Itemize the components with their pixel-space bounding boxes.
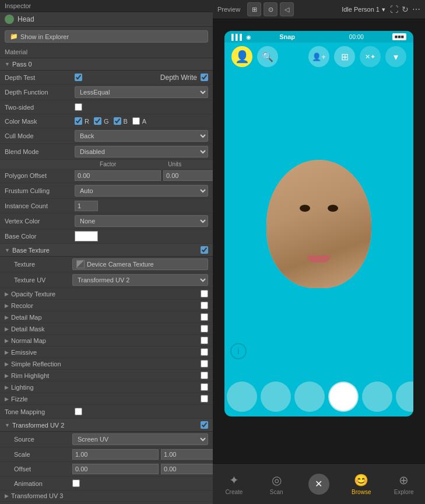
frustum-culling-select[interactable]: Auto (75, 185, 208, 197)
depth-test-checkbox[interactable] (75, 74, 82, 81)
polygon-offset-factor-input[interactable] (75, 170, 161, 181)
rim-highlight-checkbox[interactable] (201, 372, 208, 379)
color-mask-g-checkbox[interactable] (94, 117, 101, 125)
phone-avatar-button[interactable]: 👤 (231, 46, 252, 67)
fizzle-expander[interactable]: ▶ Fizzle (0, 393, 213, 405)
depth-function-select[interactable]: LessEqual (75, 86, 208, 98)
emissive-expander[interactable]: ▶ Emissive (0, 346, 213, 358)
preview-icon-2[interactable]: ⊙ (264, 2, 278, 16)
normal-map-expander[interactable]: ▶ Normal Map (0, 335, 213, 346)
preview-icon-1[interactable]: ⊞ (247, 2, 261, 16)
bottom-circle-5[interactable] (396, 382, 413, 412)
simple-reflection-expander[interactable]: ▶ Simple Reflection (0, 358, 213, 370)
polygon-offset-units-input[interactable] (163, 170, 213, 181)
pass-header[interactable]: ▼ Pass 0 (0, 58, 213, 71)
idle-person-select[interactable]: Idle Person 1 ▾ (342, 6, 385, 13)
color-mask-a-checkbox[interactable] (132, 117, 140, 125)
offset-y-input[interactable] (161, 464, 213, 474)
texture-label: Texture (14, 261, 72, 268)
base-color-swatch[interactable] (75, 231, 98, 242)
show-explorer-button[interactable]: 📁 Show in Explorer (5, 30, 208, 43)
nav-item-scan[interactable]: ◎ Scan (255, 470, 298, 499)
opacity-texture-checkbox[interactable] (201, 290, 208, 298)
bottom-circle-selected[interactable] (328, 382, 359, 412)
material-section: Material (0, 46, 213, 58)
base-texture-header[interactable]: ▼ Base Texture (0, 244, 213, 257)
bottom-circle-4[interactable] (362, 382, 392, 412)
scale-label: Scale (14, 451, 72, 458)
emissive-checkbox[interactable] (201, 348, 208, 356)
scale-x-input[interactable] (72, 449, 159, 460)
spacer (5, 161, 75, 167)
phone-chevron-button[interactable]: ▾ (385, 46, 406, 67)
texture-uv-select[interactable]: Transformed UV 2 (72, 274, 208, 286)
transformed-uv2-checkbox[interactable] (201, 421, 208, 429)
phone-search-button[interactable]: 🔍 (257, 46, 278, 67)
face-skin (266, 160, 371, 288)
detail-map-expander[interactable]: ▶ Detail Map (0, 312, 213, 323)
instance-count-input[interactable] (75, 201, 98, 211)
offset-inputs (72, 464, 213, 474)
tone-mapping-value (75, 408, 208, 415)
nav-item-create[interactable]: ✦ Create (213, 470, 255, 499)
nav-item-close[interactable]: ✕ (298, 470, 340, 498)
animation-checkbox[interactable] (72, 480, 80, 487)
nav-item-explore[interactable]: ⊕ Explore (382, 470, 425, 499)
phone-mockup: ▌▌▌ ◉ Snap 00:00 ■■■ 👤 🔍 👤+ (224, 31, 413, 416)
preview-icon-3[interactable]: ◁ (280, 2, 294, 16)
detail-mask-expander[interactable]: ▶ Detail Mask (0, 323, 213, 335)
phone-add-friend-button[interactable]: 👤+ (308, 46, 329, 67)
normal-map-checkbox[interactable] (201, 337, 208, 344)
recolor-expander[interactable]: ▶ Recolor (0, 300, 213, 312)
close-circle[interactable]: ✕ (308, 474, 329, 495)
fullscreen-icon[interactable]: ⛶ (390, 5, 398, 14)
preview-action-buttons: ⛶ ↻ ⋯ (390, 5, 420, 14)
transformed-uv3-expander[interactable]: ▶ Transformed UV 3 (0, 491, 213, 502)
nav-item-browse[interactable]: 😊 Browse (340, 470, 382, 499)
texture-button[interactable]: Device Camera Texture (72, 258, 208, 270)
rim-highlight-expander[interactable]: ▶ Rim Highlight (0, 370, 213, 382)
bottom-circle-3[interactable] (294, 382, 325, 412)
opacity-texture-expander[interactable]: ▶ Opacity Texture (0, 288, 213, 300)
info-button[interactable]: i (230, 343, 247, 359)
bottom-circle-1[interactable] (227, 382, 257, 412)
detail-map-checkbox[interactable] (201, 313, 208, 321)
color-mask-b-checkbox[interactable] (114, 117, 121, 125)
source-select[interactable]: Screen UV (72, 433, 208, 445)
offset-x-input[interactable] (72, 464, 159, 474)
bottom-circle-2[interactable] (261, 382, 291, 412)
cull-mode-select[interactable]: Back (75, 130, 208, 142)
phone-bottom-circles (224, 377, 413, 416)
units-label: Units (142, 161, 209, 167)
recolor-checkbox[interactable] (201, 302, 208, 309)
fizzle-checkbox[interactable] (201, 395, 208, 402)
lighting-checkbox[interactable] (201, 383, 208, 391)
phone-qr-button[interactable]: ⊞ (334, 46, 355, 67)
color-mask-r-checkbox[interactable] (75, 117, 82, 125)
lighting-expander[interactable]: ▶ Lighting (0, 382, 213, 393)
create-label: Create (225, 489, 243, 495)
phone-close-button[interactable]: ✕✦ (360, 46, 381, 67)
depth-function-row: Depth Function LessEqual (0, 85, 213, 100)
tone-mapping-checkbox[interactable] (75, 408, 82, 415)
simple-reflection-checkbox[interactable] (201, 360, 208, 368)
detail-mask-checkbox[interactable] (201, 325, 208, 332)
two-sided-checkbox[interactable] (75, 103, 82, 111)
scale-y-input[interactable] (161, 449, 213, 460)
refresh-icon[interactable]: ↻ (402, 5, 409, 14)
blend-mode-select[interactable]: Disabled (75, 146, 208, 158)
transformed-uv2-header[interactable]: ▼ Transformed UV 2 (0, 419, 213, 432)
frustum-culling-value: Auto (75, 185, 208, 197)
depth-write-checkbox[interactable] (201, 74, 208, 81)
factor-units-header: Factor Units (0, 160, 213, 169)
color-mask-g-label: G (104, 118, 109, 125)
factor-label: Factor (75, 161, 142, 167)
two-sided-value (75, 103, 208, 111)
props-scroll[interactable]: ▼ Pass 0 Depth Test Depth Write Depth Fu… (0, 58, 213, 504)
transformed-uv2-label: Transformed UV 2 (12, 422, 64, 429)
explore-icon: ⊕ (399, 473, 409, 487)
base-texture-checkbox[interactable] (201, 246, 208, 254)
left-eye (300, 205, 310, 212)
vertex-color-select[interactable]: None (75, 215, 208, 227)
more-icon[interactable]: ⋯ (412, 5, 420, 14)
